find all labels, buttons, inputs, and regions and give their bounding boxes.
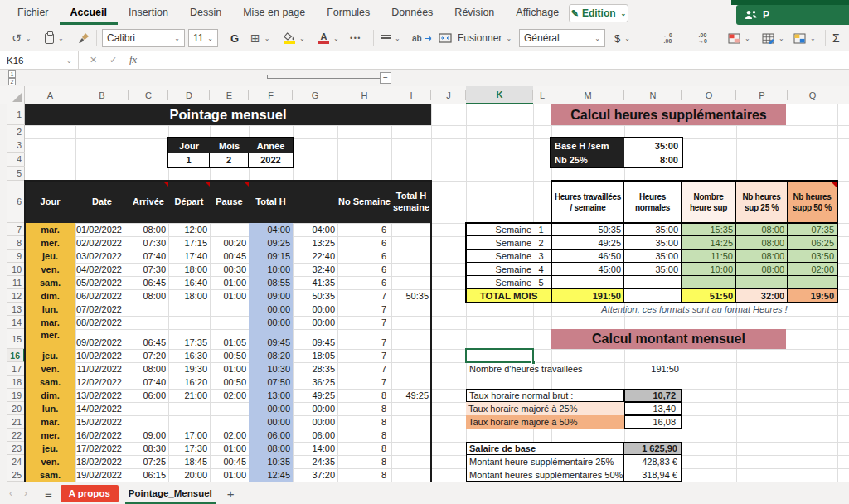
- cell-F20[interactable]: 00:00: [249, 402, 293, 415]
- cell-D21[interactable]: [168, 415, 210, 429]
- cell-H20[interactable]: 8: [337, 402, 391, 415]
- cell-H9[interactable]: 6: [337, 250, 391, 263]
- row-header-12[interactable]: 12: [7, 289, 25, 303]
- sheet-list-icon[interactable]: ≡: [45, 487, 52, 501]
- select-all-corner[interactable]: [7, 86, 25, 104]
- amount-value-0[interactable]: 1 625,90: [624, 442, 682, 455]
- cell-C18[interactable]: 07:40: [129, 376, 168, 389]
- increase-decimal-button[interactable]: ←0.00: [663, 25, 672, 51]
- overtime-title-banner[interactable]: Calcul heures supplémentaires: [551, 104, 786, 125]
- amount-value-1[interactable]: 428,83 €: [624, 455, 682, 468]
- week-2-value-2[interactable]: 14:25: [682, 236, 736, 250]
- base-value-1[interactable]: 8:00: [624, 153, 682, 167]
- cell-G19[interactable]: 49:25: [293, 389, 337, 402]
- col-header-M[interactable]: M: [551, 86, 624, 104]
- cell-A19[interactable]: dim.: [25, 389, 75, 402]
- row-header-14[interactable]: 14: [7, 316, 25, 329]
- row-header-22[interactable]: 22: [7, 429, 25, 442]
- cell-G17[interactable]: 28:35: [293, 362, 337, 376]
- cell-C13[interactable]: [129, 303, 168, 316]
- cell-H8[interactable]: 6: [337, 236, 391, 250]
- week-2-value-4[interactable]: 06:25: [788, 236, 837, 250]
- cell-E16[interactable]: 00:50: [210, 349, 249, 362]
- cell-E12[interactable]: 01:00: [210, 289, 249, 303]
- cell-B18[interactable]: 12/02/2022: [75, 376, 129, 389]
- decrease-decimal-button[interactable]: .00→0: [698, 25, 707, 51]
- col-header-G[interactable]: G: [293, 86, 337, 104]
- cell-G8[interactable]: 13:25: [293, 236, 337, 250]
- cell-E20[interactable]: [210, 402, 249, 415]
- cell-C17[interactable]: 08:00: [129, 362, 168, 376]
- ribbon-tab-insertion[interactable]: Insertion: [118, 0, 179, 25]
- cell-D14[interactable]: [168, 316, 210, 329]
- cell-B23[interactable]: 17/02/2022: [75, 442, 129, 455]
- cell-A25[interactable]: sam.: [25, 468, 75, 482]
- cell-D23[interactable]: 17:30: [168, 442, 210, 455]
- rate-label-0[interactable]: Taux horaire normal brut :: [466, 389, 624, 402]
- cell-G25[interactable]: 37:20: [293, 468, 337, 482]
- week-3-value-2[interactable]: 11:50: [682, 250, 736, 263]
- cell-I8[interactable]: [391, 236, 431, 250]
- row-header-10[interactable]: 10: [7, 263, 25, 276]
- cell-H11[interactable]: 6: [337, 276, 391, 289]
- alignment-button[interactable]: ⌄: [381, 25, 400, 51]
- amount-label-1[interactable]: Montant heure supplémentaire 25%: [466, 455, 624, 468]
- cell-C11[interactable]: 06:45: [129, 276, 168, 289]
- cell-A14[interactable]: mar.: [25, 316, 75, 329]
- total-mois-value-1[interactable]: [624, 289, 682, 303]
- row-header-11[interactable]: 11: [7, 276, 25, 289]
- cell-B14[interactable]: 08/02/2022: [75, 316, 129, 329]
- amount-label-0[interactable]: Salaire de base: [466, 442, 624, 455]
- ribbon-tab-formules[interactable]: Formules: [316, 0, 381, 25]
- cell-G14[interactable]: 00:00: [293, 316, 337, 329]
- cell-A17[interactable]: ven.: [25, 362, 75, 376]
- row-header-23[interactable]: 23: [7, 442, 25, 455]
- cell-F13[interactable]: 00:00: [249, 303, 293, 316]
- rate-value-2[interactable]: 16,08: [624, 415, 682, 429]
- col-header-K[interactable]: K: [466, 86, 533, 104]
- timesheet-title-banner[interactable]: Pointage mensuel: [25, 104, 431, 125]
- cell-B11[interactable]: 05/02/2022: [75, 276, 129, 289]
- cell-G11[interactable]: 41:35: [293, 276, 337, 289]
- outline-level-2-button[interactable]: 2: [8, 78, 16, 85]
- row-header-7[interactable]: 7: [7, 223, 25, 236]
- cell-C9[interactable]: 07:40: [129, 250, 168, 263]
- conditional-formatting-button[interactable]: ⌄: [728, 25, 750, 51]
- week-2-value-1[interactable]: 35:00: [624, 236, 682, 250]
- format-as-table-button[interactable]: ⌄: [762, 25, 784, 51]
- row-header-6[interactable]: 6: [7, 181, 25, 223]
- hours-worked-value[interactable]: 191:50: [624, 362, 682, 376]
- cell-F22[interactable]: 06:00: [249, 429, 293, 442]
- week-3-value-4[interactable]: 03:50: [788, 250, 837, 263]
- cell-C19[interactable]: 06:00: [129, 389, 168, 402]
- cell-H7[interactable]: 6: [337, 223, 391, 236]
- row-header-24[interactable]: 24: [7, 455, 25, 468]
- cell-H14[interactable]: 7: [337, 316, 391, 329]
- ribbon-tab-accueil[interactable]: Accueil: [60, 0, 118, 25]
- cell-E10[interactable]: 00:30: [210, 263, 249, 276]
- row-header-5[interactable]: 5: [7, 167, 25, 181]
- cell-G10[interactable]: 32:40: [293, 263, 337, 276]
- row-header-20[interactable]: 20: [7, 402, 25, 415]
- merge-button[interactable]: Fusionner⌄: [439, 25, 512, 51]
- cell-I25[interactable]: [391, 468, 431, 482]
- row-header-21[interactable]: 21: [7, 415, 25, 429]
- cell-G24[interactable]: 24:35: [293, 455, 337, 468]
- cell-I19[interactable]: 49:25: [391, 389, 431, 402]
- sheet-tab-pointage-mensuel[interactable]: Pointage_Mensuel: [119, 482, 222, 504]
- cell-styles-button[interactable]: ⌄: [793, 25, 816, 51]
- insert-function-button[interactable]: fx: [129, 51, 137, 69]
- cell-A9[interactable]: jeu.: [25, 250, 75, 263]
- more-font-options-button[interactable]: •••: [350, 25, 361, 51]
- name-box-chevron-icon[interactable]: ⌄: [66, 57, 72, 65]
- col-header-D[interactable]: D: [168, 86, 210, 104]
- cell-B8[interactable]: 02/02/2022: [75, 236, 129, 250]
- cell-B16[interactable]: 10/02/2022: [75, 349, 129, 362]
- cell-B21[interactable]: 15/02/2022: [75, 415, 129, 429]
- week-3-value-0[interactable]: 46:50: [551, 250, 624, 263]
- row-header-16[interactable]: 16: [7, 349, 25, 362]
- cell-C25[interactable]: 06:15: [129, 468, 168, 482]
- week-4-value-2[interactable]: 10:00: [682, 263, 736, 276]
- cell-D22[interactable]: 17:00: [168, 429, 210, 442]
- cell-I21[interactable]: [391, 415, 431, 429]
